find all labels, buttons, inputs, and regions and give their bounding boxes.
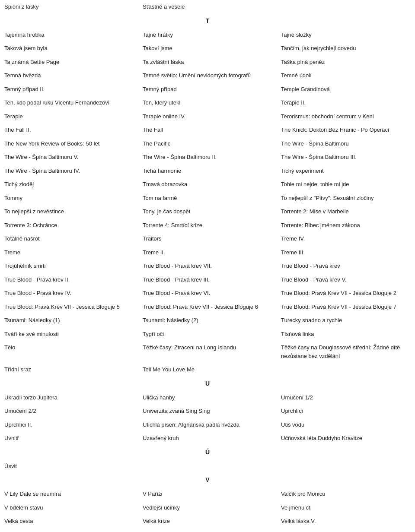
table-row: Tváří ke své minulostiTygří očiTísňová l…: [0, 327, 415, 341]
table-row: Třídní srazTell Me You Love Me: [0, 363, 415, 377]
table-cell: Těžké časy na Douglassově střední: Žádné…: [277, 341, 415, 363]
table-cell: The Wire - Špína Baltimoru: [277, 137, 415, 151]
table-cell: Turecky snadno a rychle: [277, 314, 415, 327]
table-row: V bdělém stavuVedlejší účinkyVe jménu ct…: [0, 501, 415, 515]
table-row: The Wire - Špína Baltimoru IV.Tichá harm…: [0, 164, 415, 178]
table-cell: Tohle mi nejde, tohle mi jde: [277, 177, 415, 191]
table-cell: The Wire - Špína Baltimoru IV.: [0, 164, 138, 178]
section-header-label: T: [0, 14, 415, 28]
table-row: To nejlepší z nevěstinceTony, je čas dos…: [0, 205, 415, 218]
table-cell: Ulička hanby: [138, 391, 277, 405]
table-cell: V bdělém stavu: [0, 501, 138, 515]
table-cell: Tajné složky: [277, 28, 415, 42]
table-cell: Tell Me You Love Me: [138, 363, 277, 377]
table-cell: The New York Review of Books: 50 let: [0, 137, 138, 151]
table-cell: Tichý zloděj: [0, 177, 138, 191]
table-cell: [277, 363, 415, 377]
table-row: Tsunami: Následky (1)Tsunami: Následky (…: [0, 314, 415, 327]
table-cell: Temné údolí: [277, 69, 415, 82]
table-cell: Velká láska V.: [277, 514, 415, 528]
table-cell: True Blood - Pravá krev VI.: [138, 286, 277, 300]
table-cell: Velká cesta: [0, 514, 138, 528]
table-row: Temná hvězdaTemné světlo: Umění nevidomý…: [0, 69, 415, 82]
table-cell: True Blood - Pravá krev: [277, 259, 415, 273]
table-cell: Velká krize: [138, 514, 277, 528]
table-cell: True Blood - Pravá krev VII.: [138, 259, 277, 273]
table-row: Trojúhelník smrtiTrue Blood - Pravá krev…: [0, 259, 415, 273]
table-cell: The Pacific: [138, 137, 277, 151]
table-cell: Velká láska: [0, 528, 138, 532]
section-header: U: [0, 377, 415, 391]
section-header: V: [0, 473, 415, 487]
table-cell: The Wire - Špína Baltimoru V.: [0, 150, 138, 164]
table-row: Ukradli torzo JupiteraUlička hanbyUmučen…: [0, 391, 415, 405]
table-cell: Temná hvězda: [0, 69, 138, 82]
table-cell: Těžké časy: Ztraceni na Long Islandu: [138, 341, 277, 363]
table-row: The Fall II.The FallThe Knick: Doktoři B…: [0, 123, 415, 137]
table-cell: True Blood - Pravá krev V.: [277, 273, 415, 287]
table-cell: Torrente: Blbec jménem zákona: [277, 218, 415, 232]
table-cell: Uvnitř: [0, 431, 138, 445]
table-cell: True Blood: Pravá Krev VII - Jessica Blo…: [277, 286, 415, 300]
table-cell: Univerzita zvaná Sing Sing: [138, 404, 277, 418]
table-cell: Ten, kdo podal ruku Vicentu Fernandezovi: [0, 96, 138, 110]
table-cell: Umučení 2/2: [0, 404, 138, 418]
table-row: True Blood - Pravá krev IV.True Blood - …: [0, 286, 415, 300]
table-row: Totálně našrotTraitorsTreme IV.: [0, 232, 415, 246]
table-cell: Tísňová linka: [277, 327, 415, 341]
table-cell: Torrente 3: Ochránce: [0, 218, 138, 232]
table-cell: Velká láska III.: [277, 528, 415, 532]
section-header: Ú: [0, 445, 415, 459]
table-row: The Wire - Špína Baltimoru V.The Wire - …: [0, 150, 415, 164]
table-cell: Terorismus: obchodní centrum v Keni: [277, 110, 415, 124]
table-cell: Šťastné a veselé: [138, 0, 277, 14]
table-cell: Úsvit: [0, 459, 138, 473]
table-cell: Tajemná hrobka: [0, 28, 138, 42]
section-header: T: [0, 14, 415, 28]
table-cell: Tělo: [0, 341, 138, 363]
table-row: Velká láskaVelká láska II.Velká láska II…: [0, 528, 415, 532]
table-row: Úsvit: [0, 459, 415, 473]
table-cell: Temple Grandinová: [277, 82, 415, 96]
table-cell: Temný případ II.: [0, 82, 138, 96]
main-container: Špióni z láskyŠťastné a veseléTTajemná h…: [0, 0, 415, 532]
table-cell: Terapie online IV.: [138, 110, 277, 124]
table-cell: Tmavá obrazovka: [138, 177, 277, 191]
table-cell: Taková jsem byla: [0, 41, 138, 55]
table-row: UvnitřUzavřený kruhUčňovská léta Duddyho…: [0, 431, 415, 445]
table-cell: Tony, je čas dospět: [138, 205, 277, 218]
table-cell: Ve jménu cti: [277, 501, 415, 515]
table-cell: True Blood - Pravá krev IV.: [0, 286, 138, 300]
table-cell: Ukradli torzo Jupitera: [0, 391, 138, 405]
table-cell: True Blood - Pravá krev II.: [0, 273, 138, 287]
table-cell: The Wire - Špína Baltimoru III.: [277, 150, 415, 164]
table-cell: Utiš vodu: [277, 418, 415, 432]
table-cell: Takoví jsme: [138, 41, 277, 55]
table-cell: True Blood: Pravá Krev VII - Jessica Blo…: [0, 300, 138, 314]
table-cell: Vedlejší účinky: [138, 501, 277, 515]
table-cell: Tommy: [0, 191, 138, 205]
table-cell: Ten, který utekl: [138, 96, 277, 110]
table-row: Ta známá Bettie PageTa zvláštní láskaTaš…: [0, 55, 415, 69]
table-row: Torrente 3: OchránceTorrente 4: Smrtící …: [0, 218, 415, 232]
table-cell: Špióni z lásky: [0, 0, 138, 14]
section-header-label: U: [0, 377, 415, 391]
table-cell: Terapie: [0, 110, 138, 124]
table-cell: Tváří ke své minulosti: [0, 327, 138, 341]
table-cell: Uprchlíci: [277, 404, 415, 418]
table-row: Temný případ II.Temný případTemple Grand…: [0, 82, 415, 96]
table-cell: Temný případ: [138, 82, 277, 96]
table-cell: V Lily Dale se neumírá: [0, 487, 138, 501]
table-row: Tajemná hrobkaTajné hrátkyTajné složky: [0, 28, 415, 42]
table-cell: Tygří oči: [138, 327, 277, 341]
table-cell: Treme III.: [277, 246, 415, 260]
section-header-label: V: [0, 473, 415, 487]
table-cell: Uzavřený kruh: [138, 431, 277, 445]
table-row: Taková jsem bylaTakoví jsmeTančím, jak n…: [0, 41, 415, 55]
table-row: Velká cestaVelká krizeVelká láska V.: [0, 514, 415, 528]
table-cell: Tsunami: Následky (2): [138, 314, 277, 327]
table-cell: Umučení 1/2: [277, 391, 415, 405]
table-row: TommyTom na farměTo nejlepší z "Pitvy": …: [0, 191, 415, 205]
table-cell: Třídní sraz: [0, 363, 138, 377]
table-row: V Lily Dale se neumíráV PařížiValčík pro…: [0, 487, 415, 501]
